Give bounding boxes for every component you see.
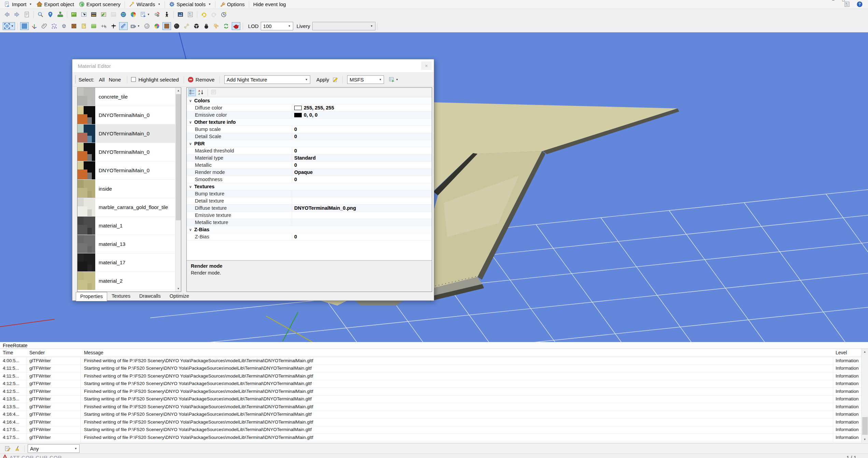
scroll-down-icon[interactable]: ▼ (175, 286, 181, 292)
log-row[interactable]: 4:12:5...glTFWriterFinished writing of f… (0, 388, 861, 396)
bounding-box-button[interactable] (60, 22, 68, 30)
dialog-title-bar[interactable]: Material Editor × (72, 59, 434, 72)
property-value[interactable]: 0 (292, 133, 432, 140)
material-pointer-button[interactable] (80, 11, 88, 18)
property-value[interactable] (292, 197, 432, 204)
property-value[interactable]: DNYOTerminalMain_0.png (292, 205, 432, 211)
ground-plane-yellow-button[interactable] (80, 22, 88, 30)
material-item[interactable]: DNYOTerminalMain_0 (77, 161, 175, 180)
select-none-button[interactable]: None (107, 76, 123, 83)
sphere-pattern-button[interactable] (192, 22, 201, 30)
menu-special-tools[interactable]: Special tools▼ (167, 1, 213, 8)
material-item[interactable]: material_17 (77, 253, 175, 272)
menu-import[interactable]: Import▼ (2, 1, 34, 8)
event-log-scrollbar[interactable]: ▲ ▼ (861, 349, 868, 442)
property-value[interactable] (292, 219, 432, 226)
categorized-view-button[interactable] (188, 88, 196, 96)
zoom-fit-button[interactable]: ▼ (3, 22, 15, 30)
replace-gears-button[interactable] (153, 11, 161, 18)
property-value[interactable]: 0 (292, 126, 432, 133)
property-value[interactable]: 0 (292, 233, 432, 240)
livery-select[interactable]: ▼ (312, 22, 375, 30)
menu-hide-event-log[interactable]: Hide event log (251, 1, 288, 8)
property-value[interactable] (292, 190, 432, 197)
property-value[interactable]: 0, 0, 0 (292, 112, 432, 118)
axes-button[interactable] (30, 22, 39, 30)
night-texture-select[interactable]: Add Night Texture▼ (224, 75, 310, 84)
menu-export-object[interactable]: Export object (34, 1, 76, 8)
property-category[interactable]: ∨Textures (187, 183, 432, 190)
teapot-button[interactable] (232, 22, 240, 30)
apply-button[interactable]: Apply (314, 76, 331, 83)
report-form-button[interactable] (186, 11, 195, 18)
log-row[interactable]: 4:13:5...glTFWriterFinished writing of f… (0, 403, 861, 411)
property-category[interactable]: ∨Other texture info (187, 119, 432, 126)
log-row[interactable]: 4:16:4...glTFWriterStarting writing of f… (0, 411, 861, 419)
texture-editor-button[interactable] (70, 11, 78, 18)
statistics-pie-button[interactable] (129, 11, 138, 18)
vertex-cloud-button[interactable] (50, 22, 58, 30)
tab-drawcalls[interactable]: Drawcalls (135, 292, 165, 301)
log-level-filter-select[interactable]: Any▼ (28, 444, 80, 453)
animation-film-button[interactable] (89, 11, 98, 18)
material-item[interactable]: DNYOTerminalMain_0 (77, 106, 175, 124)
sphere-gray-button[interactable] (143, 22, 151, 30)
property-value[interactable]: 0 (292, 162, 432, 168)
property-category[interactable]: ∨Z-Bias (187, 226, 432, 233)
hierarchy-button[interactable] (56, 11, 65, 18)
material-list-scrollbar[interactable]: ▲ ▼ (175, 88, 181, 292)
log-row[interactable]: 4:16:4...glTFWriterFinished writing of f… (0, 418, 861, 426)
grid-button[interactable] (20, 22, 29, 30)
scroll-up-icon[interactable]: ▲ (175, 88, 181, 93)
tab-textures[interactable]: Textures (107, 292, 135, 301)
help-button[interactable]: ? (855, 0, 864, 8)
property-value[interactable]: 0 (292, 147, 432, 154)
property-value[interactable]: 0 (292, 176, 432, 183)
log-row[interactable]: 4:13:5...glTFWriterStarting writing of f… (0, 396, 861, 403)
aircraft-button[interactable] (109, 22, 118, 30)
log-row[interactable]: 4:17:5...glTFWriterFinished writing of f… (0, 434, 861, 442)
property-value[interactable]: 255, 255, 255 (292, 104, 432, 111)
property-category[interactable]: ∨Colors (187, 97, 432, 104)
history-clock-button[interactable] (219, 11, 228, 18)
back-arrow-button[interactable] (3, 11, 11, 18)
toolbar-grip[interactable] (75, 76, 76, 83)
search-button[interactable] (36, 11, 45, 18)
property-pages-button[interactable] (210, 88, 217, 96)
globe-button[interactable] (119, 11, 128, 18)
apply-pencil-icon[interactable] (332, 77, 338, 83)
export-document-button[interactable]: ▼ (139, 11, 151, 18)
log-row[interactable]: 4:17:5...glTFWriterStarting writing of f… (0, 426, 861, 434)
redo-button[interactable] (210, 11, 218, 18)
export-materials-button[interactable]: ▼ (387, 76, 400, 84)
image-preview-button[interactable] (176, 11, 185, 18)
property-category[interactable]: ∨PBR (187, 140, 432, 147)
property-value[interactable]: Opaque (292, 169, 432, 176)
menu-export-scenery[interactable]: Export scenery (76, 1, 123, 8)
select-all-button[interactable]: All (97, 76, 107, 83)
clear-log-button[interactable] (13, 445, 22, 453)
image-disabled-button[interactable] (109, 11, 118, 18)
alphabetical-sort-button[interactable]: AZ (197, 88, 205, 96)
mass-weight-button[interactable] (202, 22, 211, 30)
log-column-level[interactable]: Level (836, 350, 847, 355)
textured-box-button[interactable] (162, 22, 171, 30)
log-column-message[interactable]: Message (84, 350, 103, 355)
log-row[interactable]: 4:00:5...glTFWriterFinished writing of f… (0, 357, 861, 365)
highlight-selected-checkbox[interactable] (131, 77, 136, 82)
log-scroll-up-icon[interactable]: ▲ (862, 349, 868, 355)
material-item[interactable]: DNYOTerminalMain_0 (77, 124, 175, 143)
log-row[interactable]: 4:11:5...glTFWriterStarting writing of f… (0, 365, 861, 373)
material-item[interactable]: concrete_tile (77, 88, 175, 106)
material-item[interactable]: material_13 (77, 235, 175, 253)
image-import-button[interactable] (99, 11, 108, 18)
scrollbar-thumb[interactable] (176, 94, 181, 220)
log-scroll-down-icon[interactable]: ▼ (862, 437, 868, 442)
window-controls[interactable]: – □ (832, 0, 848, 2)
attach-button[interactable] (40, 22, 48, 30)
lod-select[interactable]: 100▼ (261, 22, 293, 30)
walk-person-button[interactable] (162, 11, 171, 18)
dimension-button[interactable]: D (99, 22, 108, 30)
log-column-sender[interactable]: Sender (29, 350, 45, 355)
camera-button[interactable]: ▼ (129, 22, 141, 30)
